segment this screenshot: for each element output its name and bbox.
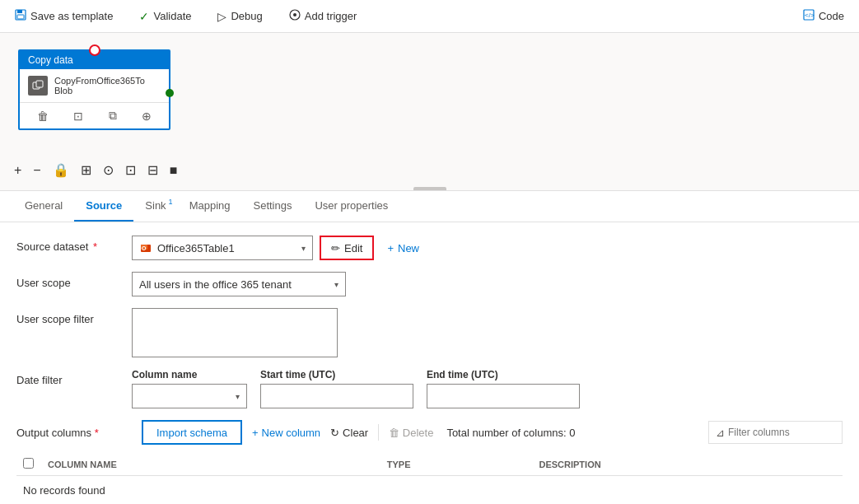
tab-general[interactable]: General	[13, 191, 74, 222]
user-scope-label: User scope	[16, 272, 132, 289]
source-dataset-controls: O Office365Table1 ▾ ✏ Edit + New	[132, 236, 843, 260]
source-dataset-value: Office365Table1	[157, 242, 296, 254]
date-filter-row: Date filter Column name ▾ Start time (UT…	[16, 369, 843, 408]
user-scope-filter-input[interactable]	[132, 308, 338, 357]
start-time-input[interactable]	[260, 384, 413, 408]
add-trigger-label: Add trigger	[305, 10, 357, 22]
user-scope-filter-row: User scope filter	[16, 308, 843, 357]
output-columns-row: Output columns * Import schema + New col…	[16, 420, 843, 445]
code-label: Code	[819, 10, 844, 22]
arrange-button[interactable]: ⊟	[143, 160, 162, 180]
add-trigger-button[interactable]: Add trigger	[284, 6, 362, 26]
end-time-col: End time (UTC)	[427, 369, 580, 408]
start-time-col: Start time (UTC)	[260, 369, 413, 408]
user-scope-row: User scope All users in the office 365 t…	[16, 272, 843, 296]
panel-resize-handle[interactable]	[413, 187, 446, 190]
debug-icon: ▷	[217, 10, 226, 23]
node-body: CopyFromOffice365ToBlob	[20, 69, 169, 102]
filter-columns-wrap: ⊿	[708, 421, 843, 444]
svg-text:O: O	[142, 245, 147, 251]
edit-button[interactable]: ✏ Edit	[320, 236, 374, 260]
node-run-button[interactable]: ⊕	[137, 107, 156, 125]
column-name-col: Column name ▾	[132, 369, 247, 408]
add-trigger-icon	[289, 9, 301, 23]
sink-tab-badge: 1	[169, 198, 173, 206]
svg-text:</>: </>	[805, 12, 815, 19]
top-toolbar: Save as template ✓ Validate ▷ Debug Add …	[0, 0, 859, 33]
zoom-in-button[interactable]: +	[10, 161, 26, 180]
filter-icon: ⊿	[716, 427, 725, 439]
save-template-label: Save as template	[30, 10, 113, 22]
source-dataset-label: Source dataset *	[16, 236, 132, 253]
tab-sink[interactable]: Sink 1	[133, 191, 177, 222]
code-icon: </>	[803, 9, 815, 23]
delete-icon: 🗑	[389, 427, 399, 439]
canvas-controls: + − 🔒 ⊞ ⊙ ⊡ ⊟ ■	[10, 160, 181, 180]
minimap-button[interactable]: ■	[166, 161, 182, 180]
filter-columns-input[interactable]	[728, 427, 835, 438]
column-name-th: COLUMN NAME	[41, 453, 380, 476]
end-time-label: End time (UTC)	[427, 369, 580, 380]
tab-settings[interactable]: Settings	[242, 191, 304, 222]
svg-rect-1	[17, 10, 22, 13]
column-name-label: Column name	[132, 369, 247, 380]
new-column-button[interactable]: + New column	[252, 427, 320, 439]
debug-label: Debug	[231, 10, 262, 22]
source-dataset-chevron: ▾	[301, 244, 306, 253]
source-dataset-dropdown[interactable]: O Office365Table1 ▾	[132, 236, 313, 260]
end-time-input[interactable]	[427, 384, 580, 408]
copy-data-node[interactable]: Copy data CopyFromOffice365ToBlob 🗑 ⊡ ⧉ …	[18, 49, 170, 130]
node-status-dot	[166, 89, 174, 97]
user-scope-chevron: ▾	[334, 280, 338, 289]
user-scope-controls: All users in the office 365 tenant ▾	[132, 272, 843, 296]
new-icon: +	[387, 242, 394, 254]
validate-label: Validate	[153, 10, 191, 22]
date-filter-fields: Column name ▾ Start time (UTC) End time …	[132, 369, 580, 408]
edit-icon: ✏	[331, 242, 340, 254]
save-template-button[interactable]: Save as template	[10, 6, 118, 26]
column-name-chevron: ▾	[236, 392, 240, 401]
validate-button[interactable]: ✓ Validate	[134, 7, 196, 26]
validate-icon: ✓	[139, 10, 149, 23]
node-copy-button[interactable]: ⊡	[68, 107, 88, 125]
zoom-out-button[interactable]: −	[29, 161, 44, 180]
user-scope-dropdown[interactable]: All users in the office 365 tenant ▾	[132, 272, 346, 296]
new-button[interactable]: + New	[380, 239, 426, 258]
select-button[interactable]: ⊡	[121, 160, 140, 180]
user-scope-filter-controls	[132, 308, 843, 357]
source-dataset-row: Source dataset * O Office365Table1 ▾ ✏ E…	[16, 236, 843, 260]
no-records-row: No records found	[16, 476, 843, 502]
clear-button[interactable]: ↻ Clear	[330, 427, 368, 439]
start-time-label: Start time (UTC)	[260, 369, 413, 380]
svg-rect-2	[17, 15, 24, 19]
debug-button[interactable]: ▷ Debug	[212, 7, 267, 26]
node-clone-button[interactable]: ⧉	[104, 106, 122, 125]
node-actions: 🗑 ⊡ ⧉ ⊕	[20, 102, 169, 128]
fit-button[interactable]: ⊞	[77, 160, 96, 180]
tab-user-properties[interactable]: User properties	[303, 191, 399, 222]
date-filter-label: Date filter	[16, 369, 132, 386]
refresh-icon: ↻	[330, 427, 339, 439]
tab-mapping[interactable]: Mapping	[178, 191, 242, 222]
column-name-dropdown[interactable]: ▾	[132, 384, 247, 408]
table-header-row: COLUMN NAME TYPE DESCRIPTION	[16, 453, 843, 476]
description-th: DESCRIPTION	[532, 453, 843, 476]
office365-icon: O	[139, 241, 152, 254]
code-button[interactable]: </> Code	[798, 6, 849, 26]
output-columns-label: Output columns *	[16, 427, 132, 439]
lock-button[interactable]: 🔒	[49, 160, 73, 180]
delete-button[interactable]: 🗑 Delete	[389, 427, 433, 439]
user-scope-filter-label: User scope filter	[16, 308, 132, 325]
user-scope-value: All users in the office 365 tenant	[139, 278, 329, 291]
node-circle-indicator	[89, 44, 100, 56]
select-all-checkbox[interactable]	[23, 458, 34, 469]
node-title: CopyFromOffice365ToBlob	[54, 76, 145, 96]
canvas-area: Copy data CopyFromOffice365ToBlob 🗑 ⊡ ⧉ …	[0, 33, 859, 191]
svg-rect-8	[36, 81, 43, 87]
node-delete-button[interactable]: 🗑	[32, 107, 54, 125]
total-columns-count: Total number of columns: 0	[446, 427, 575, 439]
import-schema-button[interactable]: Import schema	[142, 420, 242, 445]
tab-source[interactable]: Source	[74, 191, 133, 222]
tabs-panel: General Source Sink 1 Mapping Settings U…	[0, 191, 859, 222]
center-button[interactable]: ⊙	[99, 160, 118, 180]
